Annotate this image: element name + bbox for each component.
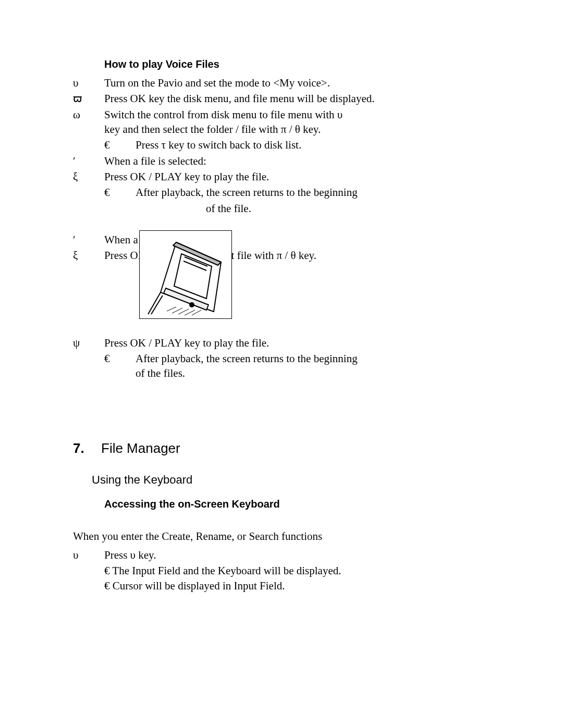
list-item: ′ When a file is selected: [73, 154, 500, 168]
euro-icon: € [104, 138, 136, 152]
list-subtext: The Input Field and the Keyboard will be… [110, 564, 341, 577]
list-item: υ Press υ key. [73, 548, 500, 562]
list-subitem: € Cursor will be displayed in Input Fiel… [104, 578, 500, 593]
keyboard-heading: Accessing the on-Screen Keyboard [104, 497, 500, 511]
list-item: ξ Press OK key, and then select file wit… [73, 248, 500, 263]
list-item: ϖ Press OK key the disk menu, and file m… [73, 91, 500, 106]
list-text: Press OK / PLAY key to play the file. [104, 169, 500, 184]
voice-heading: How to play Voice Files [104, 57, 500, 71]
list-subitem: € After playback, the screen returns to … [73, 185, 500, 200]
bullet-glyph: ψ [73, 336, 104, 350]
euro-icon: € [104, 564, 110, 577]
bullet-glyph: ξ [73, 248, 104, 263]
list-item: ′ When a folder is selected: [73, 232, 500, 247]
section-number: 7. [73, 439, 101, 458]
section-subheading: Using the Keyboard [92, 472, 500, 488]
section-header: 7. File Manager [73, 439, 500, 458]
document-page: How to play Voice Files υ Turn on the Pa… [0, 0, 563, 728]
list-item: ψ Press OK / PLAY key to play the file. [73, 336, 500, 350]
list-subtext-line1: After playback, the screen returns to th… [136, 352, 358, 365]
list-text-line1: Switch the control from disk menu to fil… [104, 108, 342, 121]
bullet-glyph: ξ [73, 169, 104, 184]
list-item: υ Turn on the Pavio and set the mode to … [73, 76, 500, 90]
list-text: Press OK key the disk menu, and file men… [104, 91, 500, 106]
svg-line-9 [167, 307, 176, 311]
bullet-glyph: ′ [73, 232, 104, 247]
list-text: Turn on the Pavio and set the mode to <M… [104, 76, 500, 90]
euro-icon: € [104, 185, 136, 200]
list-text: Press OK / PLAY key to play the file. [104, 336, 500, 350]
list-subtext: Cursor will be displayed in Input Field. [110, 579, 285, 592]
device-illustration [139, 230, 232, 319]
list-subitem: € After playback, the screen returns to … [73, 351, 500, 381]
bullet-glyph: υ [73, 548, 104, 562]
svg-line-11 [178, 309, 189, 314]
bullet-glyph: υ [73, 76, 104, 90]
svg-line-10 [172, 308, 182, 313]
list-subtext: After playback, the screen returns to th… [136, 351, 500, 381]
list-subitem: € Press τ key to switch back to disk lis… [73, 138, 500, 152]
list-subtext: After playback, the screen returns to th… [136, 185, 500, 200]
bullet-glyph: ϖ [73, 91, 104, 106]
list-item: ω Switch the control from disk menu to f… [73, 107, 500, 137]
euro-icon: € [104, 579, 110, 592]
list-text: When a file is selected: [104, 154, 500, 168]
svg-point-6 [190, 303, 194, 307]
list-subtext: Press τ key to switch back to disk list. [136, 138, 500, 152]
list-subitem: € The Input Field and the Keyboard will … [104, 563, 500, 578]
intro-text: When you enter the Create, Rename, or Se… [73, 529, 500, 544]
device-icon [140, 231, 231, 318]
euro-icon: € [104, 351, 136, 366]
list-text: Switch the control from disk menu to fil… [104, 107, 500, 137]
list-subtext-continuation: of the file. [206, 201, 500, 216]
list-text: Press υ key. [104, 548, 500, 562]
bullet-glyph: ω [73, 107, 104, 122]
list-subtext-line2: of the files. [136, 367, 185, 379]
list-text-line2: key and then select the folder / file wi… [104, 123, 321, 135]
section-title: File Manager [101, 439, 180, 458]
list-item: ξ Press OK / PLAY key to play the file. [73, 169, 500, 184]
bullet-glyph: ′ [73, 154, 104, 168]
svg-line-7 [148, 292, 161, 314]
